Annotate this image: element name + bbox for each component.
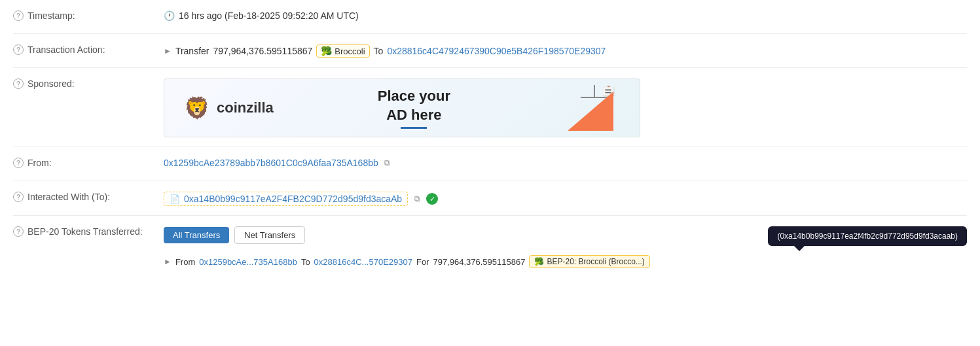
copy-from-address-icon[interactable]: ⧉ bbox=[382, 158, 393, 168]
interacted-with-row: ? Interacted With (To): 📄 0xa14B0b99c911… bbox=[13, 181, 967, 216]
bep20-token-label: BEP-20: Broccoli (Brocco...) bbox=[547, 257, 644, 266]
from-value-col: 0x1259bcAe23789abb7b8601C0c9A6faa735A168… bbox=[164, 156, 967, 168]
bep20-help-icon[interactable]: ? bbox=[13, 226, 24, 237]
ad-text: Place your AD here bbox=[378, 87, 450, 129]
ad-banner[interactable]: 🦁 coinzilla Place your AD here 🪧 bbox=[164, 78, 640, 137]
token-icon: 🥦 bbox=[321, 46, 332, 56]
timestamp-label: Timestamp: bbox=[27, 10, 75, 21]
transaction-action-row: ? Transaction Action: ► Transfer 797,964… bbox=[13, 34, 967, 68]
timestamp-value: 16 hrs ago (Feb-18-2025 09:52:20 AM UTC) bbox=[179, 10, 359, 21]
transfer-detail-row: ► From 0x1259bcAe...735A168bb To 0x28816… bbox=[164, 255, 967, 268]
clock-icon: 🕐 bbox=[164, 10, 175, 21]
transfer-to-address[interactable]: 0x28816c4C...570E29307 bbox=[314, 257, 412, 267]
transfer-to-label: To bbox=[301, 257, 310, 267]
transfer-from-address[interactable]: 0x1259bcAe...735A168bb bbox=[199, 257, 297, 267]
sponsored-value-col: 🦁 coinzilla Place your AD here 🪧 bbox=[164, 77, 967, 137]
token-name: Broccoli bbox=[335, 46, 365, 56]
tooltip-box: (0xa14b0b99c9117ea2f4fb2c9d772d95d9fd3ac… bbox=[768, 226, 967, 246]
page-container: ? Timestamp: 🕐 16 hrs ago (Feb-18-2025 0… bbox=[0, 0, 980, 277]
bep20-row: ? BEP-20 Tokens Transferred: All Transfe… bbox=[13, 216, 967, 277]
buttons-and-tooltip: All Transfers Net Transfers (0xa14b0b99c… bbox=[164, 226, 967, 246]
all-transfers-button[interactable]: All Transfers bbox=[164, 227, 229, 243]
interacted-address[interactable]: 0xa14B0b99c9117eA2F4FB2C9D772d95d9fd3aca… bbox=[184, 194, 402, 204]
transaction-to-address[interactable]: 0x28816c4C4792467390C90e5B426F198570E293… bbox=[387, 46, 606, 56]
transfer-amount: 797,964,376.595115867 bbox=[433, 257, 525, 267]
transfer-amount: 797,964,376.595115867 bbox=[213, 46, 313, 56]
interacted-with-label: Interacted With (To): bbox=[27, 192, 110, 202]
transaction-action-label: Transaction Action: bbox=[27, 44, 105, 55]
from-help-icon[interactable]: ? bbox=[13, 158, 24, 168]
net-transfers-button[interactable]: Net Transfers bbox=[234, 226, 305, 244]
coinzilla-logo: 🦁 coinzilla bbox=[184, 95, 274, 120]
ad-triangle-icon bbox=[568, 92, 613, 131]
tooltip-wrapper: (0xa14b0b99c9117ea2f4fb2c9d772d95d9fd3ac… bbox=[768, 226, 967, 246]
ad-text-line1: Place your bbox=[378, 87, 450, 106]
ad-underline bbox=[401, 127, 427, 129]
transfer-buttons: All Transfers Net Transfers bbox=[164, 226, 305, 244]
doc-icon: 📄 bbox=[170, 194, 180, 204]
transaction-action-help-icon[interactable]: ? bbox=[13, 44, 24, 55]
to-text: To bbox=[374, 46, 384, 56]
timestamp-label-col: ? Timestamp: bbox=[13, 9, 164, 21]
transaction-action-label-col: ? Transaction Action: bbox=[13, 43, 164, 55]
coinzilla-text: coinzilla bbox=[217, 99, 274, 116]
interacted-with-value-col: 📄 0xa14B0b99c9117eA2F4FB2C9D772d95d9fd3a… bbox=[164, 190, 967, 206]
timestamp-help-icon[interactable]: ? bbox=[13, 10, 24, 21]
from-row: ? From: 0x1259bcAe23789abb7b8601C0c9A6fa… bbox=[13, 147, 967, 181]
bep20-label-col: ? BEP-20 Tokens Transferred: bbox=[13, 225, 164, 237]
ad-text-line2: AD here bbox=[378, 106, 450, 125]
interacted-with-label-col: ? Interacted With (To): bbox=[13, 190, 164, 202]
timestamp-value-col: 🕐 16 hrs ago (Feb-18-2025 09:52:20 AM UT… bbox=[164, 9, 967, 21]
coinzilla-mascot-icon: 🦁 bbox=[184, 95, 210, 120]
from-label: From: bbox=[27, 158, 52, 168]
transfer-prefix: Transfer bbox=[175, 46, 209, 56]
sponsored-help-icon[interactable]: ? bbox=[13, 78, 24, 89]
arrow-icon: ► bbox=[164, 46, 172, 56]
transfer-arrow-icon: ► bbox=[164, 257, 172, 266]
bep20-value-col: All Transfers Net Transfers (0xa14b0b99c… bbox=[164, 225, 967, 268]
transfer-from-label: From bbox=[175, 257, 195, 267]
bep20-label: BEP-20 Tokens Transferred: bbox=[27, 226, 143, 237]
transaction-action-value-col: ► Transfer 797,964,376.595115867 🥦 Brocc… bbox=[164, 43, 967, 58]
verified-icon: ✓ bbox=[426, 193, 438, 205]
sponsored-row: ? Sponsored: 🦁 coinzilla Place your AD h… bbox=[13, 68, 967, 147]
sponsored-label-col: ? Sponsored: bbox=[13, 77, 164, 89]
interacted-address-bordered: 📄 0xa14B0b99c9117eA2F4FB2C9D772d95d9fd3a… bbox=[164, 192, 408, 206]
bep20-token-badge[interactable]: 🥦 BEP-20: Broccoli (Brocco...) bbox=[529, 255, 649, 268]
transfer-for-label: For bbox=[416, 257, 429, 267]
transfer-section: All Transfers Net Transfers (0xa14b0b99c… bbox=[164, 226, 967, 268]
from-address[interactable]: 0x1259bcAe23789abb7b8601C0c9A6faa735A168… bbox=[164, 158, 378, 168]
sponsored-label: Sponsored: bbox=[27, 78, 75, 89]
interacted-with-help-icon[interactable]: ? bbox=[13, 192, 24, 202]
ad-triangle-container: 🪧 bbox=[554, 85, 620, 131]
token-badge[interactable]: 🥦 Broccoli bbox=[316, 44, 369, 58]
timestamp-row: ? Timestamp: 🕐 16 hrs ago (Feb-18-2025 0… bbox=[13, 0, 967, 34]
from-label-col: ? From: bbox=[13, 156, 164, 168]
copy-interacted-address-icon[interactable]: ⧉ bbox=[412, 194, 422, 204]
bep20-token-icon: 🥦 bbox=[534, 257, 544, 266]
